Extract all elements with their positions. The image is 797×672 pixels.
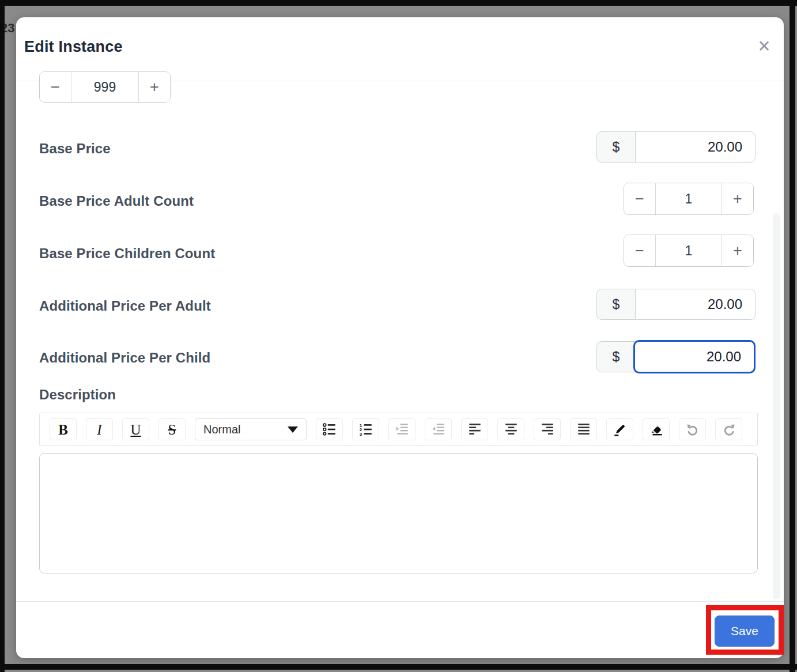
ordered-list-icon: 123 xyxy=(358,422,373,437)
modal-title: Edit Instance xyxy=(24,38,123,56)
quantity-stepper: − 999 + xyxy=(39,71,171,103)
align-left-icon xyxy=(467,422,482,437)
close-icon[interactable]: × xyxy=(753,35,776,58)
quantity-increment-button[interactable]: + xyxy=(139,72,170,102)
modal-scrollbar[interactable] xyxy=(773,213,780,599)
outdent-icon xyxy=(431,422,446,437)
indent-icon xyxy=(395,422,410,437)
children-count-value[interactable]: 1 xyxy=(655,235,722,266)
frame-border-bottom xyxy=(0,664,797,670)
currency-symbol: $ xyxy=(596,341,636,372)
align-right-icon xyxy=(540,422,555,437)
annotation-highlight xyxy=(706,605,784,655)
edit-instance-modal: Edit Instance × − 999 + Base Price $ Bas… xyxy=(16,17,784,658)
italic-glyph: I xyxy=(97,422,101,437)
align-left-button[interactable] xyxy=(461,418,488,440)
align-center-icon xyxy=(504,422,519,437)
adult-count-decrement-button[interactable]: − xyxy=(624,183,655,214)
footer-divider xyxy=(16,601,784,602)
pen-icon xyxy=(613,422,628,437)
redo-icon xyxy=(722,422,736,437)
eraser-icon xyxy=(649,422,664,437)
indent-button[interactable] xyxy=(388,418,416,440)
base-price-input[interactable] xyxy=(635,131,756,163)
underline-glyph: U xyxy=(130,422,141,437)
chevron-down-icon xyxy=(288,426,298,433)
description-label: Description xyxy=(39,387,116,403)
additional-child-label: Additional Price Per Child xyxy=(39,350,210,366)
currency-symbol: $ xyxy=(596,289,636,320)
undo-icon xyxy=(685,422,700,437)
frame-border-left xyxy=(0,0,5,672)
paragraph-style-dropdown[interactable]: Normal xyxy=(195,418,307,440)
additional-child-input[interactable] xyxy=(633,340,756,373)
italic-button[interactable]: I xyxy=(86,418,113,440)
paragraph-style-value: Normal xyxy=(203,423,240,436)
justify-button[interactable] xyxy=(570,418,597,440)
base-price-group: $ xyxy=(596,131,756,163)
rich-text-toolbar: B I U S Normal 123 xyxy=(39,413,758,446)
additional-adult-label: Additional Price Per Adult xyxy=(39,298,211,314)
strikethrough-glyph: S xyxy=(168,422,176,437)
text-color-pen-button[interactable] xyxy=(606,418,633,440)
ordered-list-button[interactable]: 123 xyxy=(352,418,379,440)
children-count-increment-button[interactable]: + xyxy=(722,235,753,266)
bold-glyph: B xyxy=(58,422,68,437)
adult-count-label: Base Price Adult Count xyxy=(39,193,194,209)
bullet-list-icon xyxy=(322,422,337,437)
redo-button[interactable] xyxy=(715,418,742,440)
svg-text:3: 3 xyxy=(359,432,362,437)
additional-adult-group: $ xyxy=(596,289,756,320)
eraser-button[interactable] xyxy=(643,418,670,440)
justify-icon xyxy=(576,422,591,437)
description-editor[interactable] xyxy=(39,453,758,573)
bullet-list-button[interactable] xyxy=(316,418,343,440)
frame-border-right xyxy=(790,0,795,672)
children-count-decrement-button[interactable]: − xyxy=(624,235,655,266)
align-center-button[interactable] xyxy=(497,418,524,440)
children-count-label: Base Price Children Count xyxy=(39,246,215,262)
frame-border-top xyxy=(0,0,797,6)
additional-child-group: $ xyxy=(596,341,756,372)
align-right-button[interactable] xyxy=(534,418,561,440)
adult-count-value[interactable]: 1 xyxy=(655,183,722,214)
currency-symbol: $ xyxy=(596,131,636,163)
additional-adult-input[interactable] xyxy=(635,289,756,320)
adult-count-stepper: − 1 + xyxy=(624,183,754,215)
outdent-button[interactable] xyxy=(425,418,452,440)
base-price-label: Base Price xyxy=(39,141,111,157)
undo-button[interactable] xyxy=(679,418,706,440)
strikethrough-button[interactable]: S xyxy=(158,418,186,440)
children-count-stepper: − 1 + xyxy=(624,235,754,267)
underline-button[interactable]: U xyxy=(122,418,149,440)
quantity-value[interactable]: 999 xyxy=(71,72,139,102)
quantity-decrement-button[interactable]: − xyxy=(40,72,71,102)
bold-button[interactable]: B xyxy=(50,418,77,440)
adult-count-increment-button[interactable]: + xyxy=(722,183,753,214)
